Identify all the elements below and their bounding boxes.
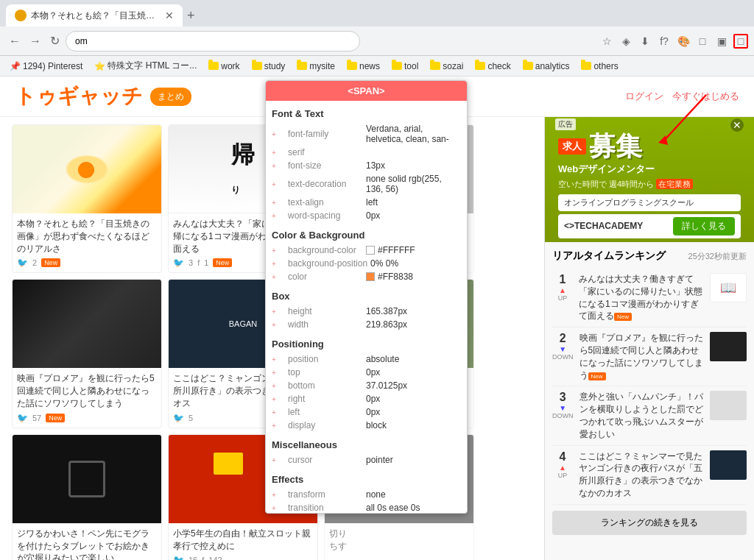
reload-button[interactable]: ↻ xyxy=(47,32,63,49)
address-bar[interactable] xyxy=(66,31,360,52)
color-swatch-white[interactable] xyxy=(366,246,375,255)
color-picker-icon[interactable]: 🎨 xyxy=(676,34,691,49)
bookmark-check[interactable]: check xyxy=(471,60,514,73)
ranking-item-3[interactable]: 3 ▼ DOWN 意外と強い「ハムパンチ」！パンを横取りしようとした罰でどつかれ… xyxy=(552,386,747,445)
extension-icon[interactable]: □ xyxy=(733,34,748,49)
ranking-item-2[interactable]: 2 ▼ DOWN 映画『プロメア』を観に行ったら5回連続で同じ人と隣あわせになっ… xyxy=(552,327,747,386)
new-badge: New xyxy=(213,258,232,267)
bookmark-star-icon[interactable]: ☆ xyxy=(599,34,614,49)
css-val: absolute xyxy=(366,354,399,364)
bookmark-study[interactable]: study xyxy=(248,60,289,73)
section-misc: Miscellaneous xyxy=(272,439,461,450)
ad-close-button[interactable]: ✕ xyxy=(730,118,744,132)
facebook-icon: f xyxy=(202,556,204,560)
active-tab[interactable]: 本物？それとも絵？「目玉焼きの画 ✕ xyxy=(6,4,183,26)
card-image xyxy=(13,280,161,368)
forward-button[interactable]: → xyxy=(27,33,44,49)
css-bullet: + xyxy=(272,321,279,329)
facebook-icon: f xyxy=(197,258,200,267)
rank-badge-4: 4 ▲ UP xyxy=(552,450,573,479)
css-val: block xyxy=(366,420,387,430)
css-val: none xyxy=(366,489,386,500)
start-link[interactable]: 今すぐはじめる xyxy=(672,90,739,103)
css-val: 13px xyxy=(366,160,385,171)
back-button[interactable]: ← xyxy=(6,33,24,49)
ranking-item-1[interactable]: 1 ▲ UP みんなは大丈夫？働きすぎて「家にいるのに帰りたい」状態になる1コマ… xyxy=(552,269,747,327)
ad-info[interactable]: 広告 xyxy=(555,118,576,130)
rank-direction-label: DOWN xyxy=(552,412,574,419)
card-title: 切りちす xyxy=(329,528,469,553)
css-row-right: + right 0px xyxy=(272,392,461,405)
bookmark-special-chars[interactable]: ⭐ 特殊文字 HTML コー... xyxy=(91,58,200,74)
css-bullet: + xyxy=(272,355,279,364)
bookmark-work[interactable]: work xyxy=(205,60,243,73)
twitter-icon: 🐦 xyxy=(173,258,184,268)
card-title: ジワるかわいさ！ペン先にモグラを付けたらタブレットでお絵かきが穴掘りみたいで楽し… xyxy=(17,528,157,560)
section-font-text: Font & Text xyxy=(272,108,461,119)
css-val: 0px xyxy=(366,394,380,404)
header-links: ログイン 今すぐはじめる xyxy=(625,90,739,103)
css-val: 219.863px xyxy=(366,319,407,330)
card-promea[interactable]: 映画『プロメア』を観に行ったら5回連続で同じ人と隣あわせになった話にソワソワして… xyxy=(12,279,162,428)
ranking-item-4[interactable]: 4 ▲ UP ここはどこ？ミャンマーで見たヤンゴン行きの夜行バスが「五所川原行き… xyxy=(552,446,747,505)
css-prop: left xyxy=(282,407,363,417)
css-val: 0px xyxy=(366,210,380,221)
login-link[interactable]: ログイン xyxy=(625,90,663,103)
bookmark-sozai[interactable]: sozai xyxy=(426,60,467,73)
bookmark-analytics[interactable]: analytics xyxy=(519,60,574,73)
section-color-bg: Color & Background xyxy=(272,230,461,241)
bookmark-mysite[interactable]: mysite xyxy=(293,60,339,73)
css-prop: cursor xyxy=(282,455,363,465)
color-swatch-orange[interactable] xyxy=(366,272,375,281)
bookmark-label: 1294) Pinterest xyxy=(23,61,82,71)
css-val: none solid rgb(255, 136, 56) xyxy=(366,174,461,194)
ranking-time: 25分32秒前更新 xyxy=(688,251,747,262)
bookmark-pinterest[interactable]: 📌 1294) Pinterest xyxy=(6,60,86,73)
cast-icon[interactable]: ▣ xyxy=(714,34,729,49)
css-row-cursor: + cursor pointer xyxy=(272,453,461,467)
section-positioning: Positioning xyxy=(272,339,461,350)
card-tablet[interactable]: ジワるかわいさ！ペン先にモグラを付けたらタブレットでお絵かきが穴掘りみたいで楽し… xyxy=(12,434,162,560)
sync-icon[interactable]: ◈ xyxy=(619,34,633,49)
matome-button[interactable]: まとめ xyxy=(150,88,191,106)
css-row-text-decoration: + text-decoration none solid rgb(255, 13… xyxy=(272,172,461,196)
tab-favicon xyxy=(15,10,27,21)
bookmark-news[interactable]: news xyxy=(343,60,384,73)
ad-subtitle: Webデザインメンター xyxy=(558,163,741,176)
css-bullet: + xyxy=(272,149,279,157)
tab-close-button[interactable]: ✕ xyxy=(165,10,174,21)
css-bullet: + xyxy=(272,408,279,417)
css-bullet: + xyxy=(272,491,279,499)
twitter-count: 57 xyxy=(32,414,41,422)
bookmark-others[interactable]: others xyxy=(577,60,621,73)
css-prop: text-align xyxy=(282,197,363,208)
css-row-font-size: + font-size 13px xyxy=(272,159,461,172)
css-prop: font-size xyxy=(282,160,363,171)
rank-direction-label: UP xyxy=(558,472,568,479)
site-logo[interactable]: トゥギャッチ xyxy=(15,82,143,110)
ad-school-name[interactable]: <>TECHACADEMY 詳しく見る xyxy=(558,214,741,238)
css-bullet: + xyxy=(272,308,279,316)
rank-text: みんなは大丈夫？働きすぎて「家にいるのに帰りたい」状態になる1コマ漫画がわかりす… xyxy=(579,273,704,322)
folder-icon xyxy=(475,62,485,70)
bookmark-icon: ⭐ xyxy=(94,61,105,71)
new-tab-button[interactable]: + xyxy=(183,8,200,24)
screen-icon[interactable]: □ xyxy=(695,34,710,49)
rank-thumbnail xyxy=(710,332,747,361)
font-icon[interactable]: f? xyxy=(657,34,672,49)
css-prop: serif xyxy=(282,147,363,157)
download-icon[interactable]: ⬇ xyxy=(638,34,652,49)
rank-down-arrow: ▼ xyxy=(559,404,566,412)
css-row-color: + color #FF8838 xyxy=(272,270,461,283)
css-prop: font-family xyxy=(282,129,363,139)
ad-label1: 求人 xyxy=(558,138,586,155)
ranking-section: リアルタイムランキング 25分32秒前更新 1 ▲ UP みんなは大丈夫？働きす… xyxy=(545,242,754,542)
card-title: 小学5年生の自由！献立スロット親孝行で控えめに xyxy=(173,528,313,553)
card-egg[interactable]: 本物？それとも絵？「目玉焼きの画像」が思わず食べたくなるほどのリアルさ 🐦 2 … xyxy=(12,124,162,273)
twitter-count: 16 xyxy=(188,556,197,560)
more-ranking-button[interactable]: ランキングの続きを見る xyxy=(552,511,747,535)
bookmark-label: work xyxy=(221,61,239,71)
ad-cta-button[interactable]: 詳しく見る xyxy=(673,217,735,235)
bookmark-tool[interactable]: tool xyxy=(388,60,422,73)
css-prop: right xyxy=(282,394,363,404)
